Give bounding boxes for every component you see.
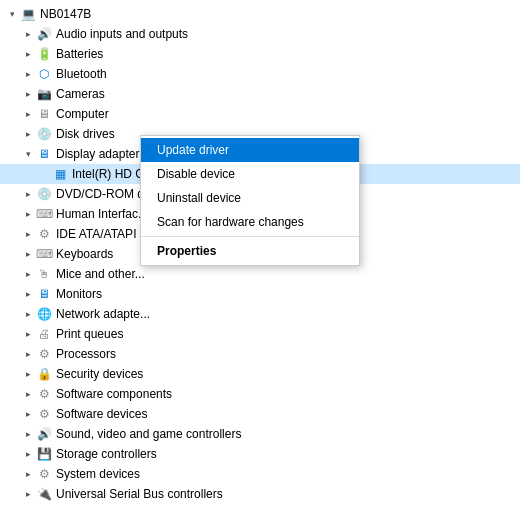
- device-icon: 🌐: [36, 306, 52, 322]
- menu-item-disable[interactable]: Disable device: [141, 162, 359, 186]
- tree-item-label: NB0147B: [40, 7, 520, 21]
- chevron-icon: [20, 266, 36, 282]
- chevron-icon: [20, 206, 36, 222]
- tree-item-label: Mice and other...: [56, 267, 520, 281]
- device-icon: 🔌: [36, 486, 52, 502]
- device-icon: 🖥: [36, 286, 52, 302]
- device-icon: 🖱: [36, 266, 52, 282]
- context-menu: Update driverDisable deviceUninstall dev…: [140, 135, 360, 266]
- menu-item-properties[interactable]: Properties: [141, 239, 359, 263]
- tree-item-security[interactable]: 🔒Security devices: [0, 364, 520, 384]
- tree-item-computer[interactable]: 🖥Computer: [0, 104, 520, 124]
- chevron-icon: [20, 186, 36, 202]
- chevron-icon: [20, 26, 36, 42]
- chevron-icon: [20, 426, 36, 442]
- tree-item-label: System devices: [56, 467, 520, 481]
- chevron-icon: [20, 66, 36, 82]
- chevron-icon: [20, 46, 36, 62]
- chevron-icon: [20, 86, 36, 102]
- tree-item-software-comp[interactable]: ⚙Software components: [0, 384, 520, 404]
- chevron-icon: [20, 326, 36, 342]
- tree-item-audio[interactable]: 🔊Audio inputs and outputs: [0, 24, 520, 44]
- device-icon: ⚙: [36, 346, 52, 362]
- chevron-icon: [20, 146, 36, 162]
- tree-item-batteries[interactable]: 🔋Batteries: [0, 44, 520, 64]
- tree-item-software-dev[interactable]: ⚙Software devices: [0, 404, 520, 424]
- tree-item-label: Computer: [56, 107, 520, 121]
- chevron-icon: [20, 366, 36, 382]
- chevron-icon: [20, 346, 36, 362]
- tree-item-label: Batteries: [56, 47, 520, 61]
- device-icon: ⚙: [36, 406, 52, 422]
- tree-item-network[interactable]: 🌐Network adapte...: [0, 304, 520, 324]
- tree-item-label: Processors: [56, 347, 520, 361]
- tree-item-root[interactable]: 💻NB0147B: [0, 4, 520, 24]
- chevron-icon: [20, 446, 36, 462]
- tree-item-usb[interactable]: 🔌Universal Serial Bus controllers: [0, 484, 520, 504]
- tree-item-label: Print queues: [56, 327, 520, 341]
- device-icon: 💿: [36, 186, 52, 202]
- tree-item-system[interactable]: ⚙System devices: [0, 464, 520, 484]
- menu-item-update[interactable]: Update driver: [141, 138, 359, 162]
- tree-item-label: Bluetooth: [56, 67, 520, 81]
- tree-item-label: Storage controllers: [56, 447, 520, 461]
- chevron-icon: [20, 406, 36, 422]
- device-icon: 🔒: [36, 366, 52, 382]
- tree-item-processors[interactable]: ⚙Processors: [0, 344, 520, 364]
- device-icon: 📷: [36, 86, 52, 102]
- menu-item-uninstall[interactable]: Uninstall device: [141, 186, 359, 210]
- tree-item-bluetooth[interactable]: ⬡Bluetooth: [0, 64, 520, 84]
- tree-item-label: Cameras: [56, 87, 520, 101]
- tree-item-label: Audio inputs and outputs: [56, 27, 520, 41]
- device-icon: 🖥: [36, 106, 52, 122]
- tree-item-label: Software components: [56, 387, 520, 401]
- chevron-icon: [20, 486, 36, 502]
- chevron-icon: [20, 306, 36, 322]
- device-icon: 💻: [20, 6, 36, 22]
- device-icon: ⬡: [36, 66, 52, 82]
- device-icon: ⌨: [36, 206, 52, 222]
- device-icon: 🔊: [36, 26, 52, 42]
- tree-item-label: Network adapte...: [56, 307, 520, 321]
- device-icon: ⚙: [36, 226, 52, 242]
- device-icon: ⌨: [36, 246, 52, 262]
- chevron-icon: [4, 6, 20, 22]
- device-icon: 🔋: [36, 46, 52, 62]
- chevron-icon: [20, 126, 36, 142]
- device-icon: ⚙: [36, 466, 52, 482]
- device-icon: 💿: [36, 126, 52, 142]
- tree-item-label: Universal Serial Bus controllers: [56, 487, 520, 501]
- device-icon: ▦: [52, 166, 68, 182]
- device-icon: ⚙: [36, 386, 52, 402]
- tree-item-label: Software devices: [56, 407, 520, 421]
- chevron-icon: [20, 286, 36, 302]
- device-icon: 🖥: [36, 146, 52, 162]
- chevron-icon: [20, 246, 36, 262]
- tree-item-label: Monitors: [56, 287, 520, 301]
- chevron-icon: [20, 386, 36, 402]
- chevron-icon: [20, 106, 36, 122]
- tree-item-sound[interactable]: 🔊Sound, video and game controllers: [0, 424, 520, 444]
- tree-item-storage[interactable]: 💾Storage controllers: [0, 444, 520, 464]
- tree-item-monitors[interactable]: 🖥Monitors: [0, 284, 520, 304]
- menu-item-scan[interactable]: Scan for hardware changes: [141, 210, 359, 234]
- device-icon: 💾: [36, 446, 52, 462]
- device-icon: 🔊: [36, 426, 52, 442]
- tree-item-label: Sound, video and game controllers: [56, 427, 520, 441]
- chevron-icon: [20, 226, 36, 242]
- tree-item-cameras[interactable]: 📷Cameras: [0, 84, 520, 104]
- chevron-icon: [20, 466, 36, 482]
- menu-separator: [141, 236, 359, 237]
- tree-item-print[interactable]: 🖨Print queues: [0, 324, 520, 344]
- tree-item-mice[interactable]: 🖱Mice and other...: [0, 264, 520, 284]
- device-icon: 🖨: [36, 326, 52, 342]
- tree-item-label: Security devices: [56, 367, 520, 381]
